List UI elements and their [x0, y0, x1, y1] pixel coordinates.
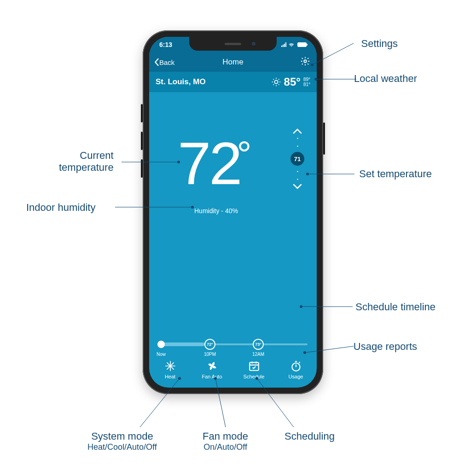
anno-local-weather: Local weather — [354, 73, 417, 85]
svg-point-1 — [274, 80, 278, 83]
setpoint-column: 71 — [289, 128, 306, 190]
indoor-humidity: Humidity - 40% — [194, 207, 238, 215]
tab-schedule-label: Schedule — [244, 374, 265, 379]
tab-usage-label: Usage — [289, 374, 303, 379]
svg-point-0 — [304, 60, 307, 63]
anno-set-temp: Set temperature — [359, 168, 432, 180]
status-time: 6:13 — [159, 41, 172, 48]
chevron-down-icon[interactable] — [292, 183, 302, 190]
chevron-up-icon[interactable] — [292, 128, 302, 134]
anno-schedule-timeline: Schedule timeline — [355, 301, 435, 313]
anno-fan-mode: Fan mode On/Auto/Off — [203, 430, 248, 452]
back-label: Back — [159, 58, 174, 66]
anno-scheduling: Scheduling — [284, 430, 335, 442]
phone-frame: 6:13 Back Home St. Louis, MO — [143, 30, 323, 394]
anno-fan-mode-sub: On/Auto/Off — [203, 442, 248, 452]
tab-schedule[interactable]: Schedule — [238, 360, 270, 379]
battery-icon — [297, 42, 307, 47]
sun-icon — [271, 77, 281, 87]
tab-heat-label: Heat — [165, 374, 175, 379]
anno-indoor-humidity: Indoor humidity — [26, 202, 95, 214]
weather-location: St. Louis, MO — [156, 77, 206, 87]
schedule-timeline[interactable]: 72° 73° Now 10PM 12AM — [149, 343, 317, 352]
weather-high: 89° — [303, 77, 310, 82]
navbar: Back Home — [149, 52, 317, 72]
tab-fan-label: Fan Auto — [202, 374, 222, 379]
gear-icon — [300, 56, 310, 66]
weather-low: 81° — [303, 82, 310, 87]
calendar-icon — [248, 360, 260, 372]
anno-current-temp: Current temperature — [59, 150, 114, 174]
anno-fan-mode-title: Fan mode — [203, 430, 248, 442]
main-area: 72° Humidity - 40% 71 — [149, 92, 317, 295]
current-temp-value: 72 — [178, 130, 241, 197]
stopwatch-icon — [290, 360, 302, 372]
anno-settings: Settings — [361, 38, 398, 50]
notch — [189, 37, 277, 51]
settings-button[interactable] — [300, 56, 310, 69]
snowflake-icon — [164, 360, 176, 372]
weather-temp: 85° — [284, 75, 301, 88]
anno-usage-reports: Usage reports — [354, 341, 417, 353]
anno-system-mode-title: System mode — [91, 430, 153, 442]
current-temperature: 72° — [178, 134, 254, 193]
timeline-point-1[interactable]: 72° — [204, 339, 215, 350]
wifi-icon — [288, 41, 295, 48]
anno-system-mode: System mode Heat/Cool/Auto/Off — [87, 430, 157, 452]
page-title: Home — [222, 58, 243, 67]
tab-usage[interactable]: Usage — [280, 360, 312, 379]
fan-icon — [206, 360, 218, 372]
svg-point-2 — [169, 365, 171, 366]
svg-rect-3 — [250, 362, 259, 370]
timeline-point-2[interactable]: 73° — [253, 339, 264, 350]
setpoint-value[interactable]: 71 — [290, 152, 304, 166]
degree-symbol: ° — [237, 134, 250, 175]
screen: 6:13 Back Home St. Louis, MO — [149, 37, 317, 388]
timeline-now-marker[interactable] — [157, 341, 165, 348]
tab-bar: Heat Fan Auto Schedule Usage — [149, 355, 317, 384]
chevron-left-icon — [154, 58, 159, 66]
anno-system-mode-sub: Heat/Cool/Auto/Off — [87, 442, 157, 452]
weather-bar[interactable]: St. Louis, MO 85° 89° 81° — [149, 72, 317, 92]
cell-signal-icon — [281, 42, 286, 47]
back-button[interactable]: Back — [154, 58, 174, 66]
tab-fan[interactable]: Fan Auto — [196, 360, 228, 379]
tab-heat[interactable]: Heat — [154, 360, 186, 379]
